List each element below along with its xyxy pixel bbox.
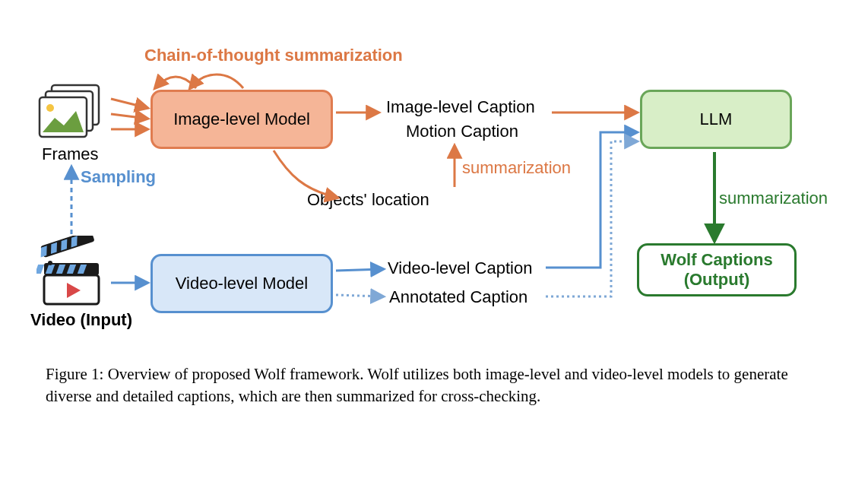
- sampling-label: Sampling: [81, 167, 156, 187]
- svg-point-16: [48, 261, 52, 265]
- svg-line-25: [336, 269, 383, 271]
- video-caption-label: Video-level Caption: [388, 258, 532, 278]
- svg-line-26: [336, 295, 383, 296]
- svg-line-18: [111, 99, 147, 108]
- image-caption-label: Image-level Caption: [386, 97, 535, 117]
- output-node: Wolf Captions (Output): [637, 243, 797, 296]
- svg-point-3: [46, 104, 54, 112]
- llm-label: LLM: [700, 109, 733, 129]
- svg-rect-4: [40, 236, 95, 258]
- image-model-label: Image-level Model: [173, 109, 310, 129]
- output-line2: (Output): [684, 270, 750, 290]
- output-line1: Wolf Captions: [661, 250, 772, 270]
- annotated-caption-label: Annotated Caption: [389, 287, 527, 307]
- frames-icon: [38, 84, 106, 144]
- motion-caption-label: Motion Caption: [406, 122, 518, 141]
- video-input-label: Video (Input): [30, 310, 132, 330]
- svg-rect-5: [41, 246, 47, 257]
- video-model-label: Video-level Model: [176, 274, 308, 293]
- diagram-canvas: Frames Video (Input) Image-level Model: [0, 0, 868, 485]
- summarization-up-label: summarization: [462, 158, 571, 178]
- svg-rect-6: [51, 242, 57, 254]
- svg-rect-8: [71, 236, 78, 247]
- chain-of-thought-label: Chain-of-thought summarization: [144, 46, 403, 65]
- video-level-model-node: Video-level Model: [150, 254, 333, 313]
- figure-caption: Figure 1: Overview of proposed Wolf fram…: [46, 363, 821, 408]
- svg-rect-10: [36, 265, 44, 274]
- video-input-icon: [36, 236, 109, 311]
- svg-rect-7: [61, 239, 67, 251]
- summarization-right-label: summarization: [719, 189, 828, 208]
- arrows-layer: [0, 0, 868, 485]
- frames-label: Frames: [42, 144, 99, 164]
- image-level-model-node: Image-level Model: [150, 90, 333, 149]
- objects-location-label: Objects' location: [307, 190, 429, 210]
- svg-line-19: [111, 114, 147, 119]
- llm-node: LLM: [640, 90, 792, 149]
